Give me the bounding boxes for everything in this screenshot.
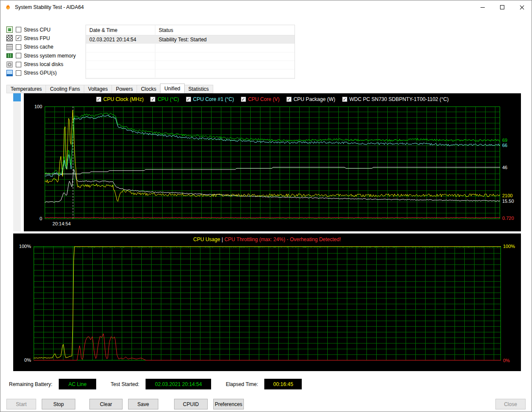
start-button[interactable]: Start xyxy=(6,399,36,409)
chart-value-label: 15.50 xyxy=(502,199,514,204)
graph-tabs: TemperaturesCooling FansVoltagesPowersCl… xyxy=(6,84,532,93)
stress-option-stress-cache[interactable]: Stress cache xyxy=(6,43,86,51)
legend-cpu-core-v[interactable]: ✓CPU Core (V) xyxy=(241,96,280,102)
legend-checkbox[interactable]: ✓ xyxy=(150,97,155,102)
stress-option-stress-fpu[interactable]: ✓Stress FPU xyxy=(6,34,86,42)
chart-value-label: 46 xyxy=(502,165,507,170)
log-column-status: Status xyxy=(155,25,295,35)
legend-checkbox[interactable]: ✓ xyxy=(241,97,246,102)
log-column-date-time: Date & Time xyxy=(86,25,155,35)
legend-label: CPU (°C) xyxy=(157,96,179,102)
legend-cpu-package-w[interactable]: ✓CPU Package (W) xyxy=(286,96,335,102)
preferences-button[interactable]: Preferences xyxy=(213,399,244,409)
stress-option-stress-cpu[interactable]: Stress CPU xyxy=(6,26,86,34)
cpu-usage-chart: CPU Usage | CPU Throttling (max: 24%) - … xyxy=(13,233,521,371)
aida64-flame-icon xyxy=(5,4,11,11)
chart-title-part: CPU Usage xyxy=(193,236,220,242)
log-row-empty xyxy=(86,52,295,61)
y-axis-min-label: 0% xyxy=(13,357,31,363)
legend-label: CPU Core (V) xyxy=(248,96,280,102)
log-row[interactable]: 02.03.2021 20:14:54Stability Test: Start… xyxy=(86,35,295,44)
chart-plot-area xyxy=(34,246,501,360)
stress-options-panel: Stress CPU✓Stress FPUStress cacheStress … xyxy=(6,25,86,79)
stress-option-stress-system-memory[interactable]: Stress system memory xyxy=(6,52,86,60)
stress-gpu-s-checkbox[interactable] xyxy=(16,70,21,76)
test-started-value: 02.03.2021 20:14:54 xyxy=(155,381,202,387)
legend-checkbox[interactable]: ✓ xyxy=(342,97,347,102)
test-setup-row: Stress CPU✓Stress FPUStress cacheStress … xyxy=(6,25,532,79)
log-table-header: Date & TimeStatus xyxy=(86,25,295,35)
chart-value-label: 2100 xyxy=(502,193,512,198)
event-log-table[interactable]: Date & TimeStatus 02.03.2021 20:14:54Sta… xyxy=(86,25,295,79)
stress-cpu-checkbox[interactable] xyxy=(16,27,21,32)
cpu-usage-chart-title: CPU Usage | CPU Throttling (max: 24%) - … xyxy=(13,236,521,242)
cpuid-button[interactable]: CPUID xyxy=(174,399,208,409)
save-button[interactable]: Save xyxy=(128,399,158,409)
y-axis-min-label: 0 xyxy=(24,216,42,221)
stress-cpu-label: Stress CPU xyxy=(24,27,51,33)
window-title: System Stability Test - AIDA64 xyxy=(15,4,84,10)
stress-gpu-s-label: Stress GPU(s) xyxy=(24,70,57,76)
elapsed-time-value: 00:16:45 xyxy=(273,381,293,387)
stress-cache-checkbox[interactable] xyxy=(16,44,21,50)
maximize-button[interactable] xyxy=(492,0,512,14)
stress-option-stress-local-disks[interactable]: Stress local disks xyxy=(6,61,86,69)
battery-status-value: AC Line xyxy=(69,381,87,387)
x-axis-time-label: 20:14:54 xyxy=(52,221,71,226)
legend-cpu-c[interactable]: ✓CPU (°C) xyxy=(150,96,179,102)
y-axis-max-label: 100% xyxy=(13,244,31,249)
cache-icon xyxy=(6,44,13,50)
remaining-battery-label: Remaining Battery: xyxy=(9,381,52,387)
minimize-button[interactable] xyxy=(473,0,492,14)
action-buttons: StartStopClearSaveCPUIDPreferencesClose xyxy=(6,399,526,409)
test-started-box: 02.03.2021 20:14:54 xyxy=(146,379,211,389)
legend-cpu-core-1-c[interactable]: ✓CPU Core #1 (°C) xyxy=(186,96,234,102)
minimize-icon xyxy=(481,7,485,8)
clear-button[interactable]: Clear xyxy=(89,399,123,409)
legend-checkbox[interactable]: ✓ xyxy=(186,97,191,102)
log-table-body: 02.03.2021 20:14:54Stability Test: Start… xyxy=(86,35,295,78)
close-button[interactable]: Close xyxy=(495,399,526,409)
chart-legend: ✓CPU Clock (MHz)✓CPU (°C)✓CPU Core #1 (°… xyxy=(24,96,521,102)
tab-temperatures[interactable]: Temperatures xyxy=(6,85,46,93)
maximize-icon xyxy=(500,5,504,9)
stress-system-memory-label: Stress system memory xyxy=(24,53,76,59)
tab-unified[interactable]: Unified xyxy=(160,84,184,93)
chart-value-label: 0% xyxy=(503,358,510,363)
chart-value-label: 66 xyxy=(502,143,507,148)
window-controls xyxy=(473,0,532,14)
vertical-scrollbar[interactable] xyxy=(13,93,21,231)
legend-label: CPU Clock (MHz) xyxy=(103,96,144,102)
unified-chart-row: ✓CPU Clock (MHz)✓CPU (°C)✓CPU Core #1 (°… xyxy=(13,93,532,231)
tab-cooling-fans[interactable]: Cooling Fans xyxy=(46,85,84,93)
tab-clocks[interactable]: Clocks xyxy=(137,85,160,93)
stress-local-disks-checkbox[interactable] xyxy=(16,62,21,67)
stress-local-disks-label: Stress local disks xyxy=(24,61,63,67)
tab-powers[interactable]: Powers xyxy=(112,85,137,93)
status-bar: Remaining Battery: AC Line Test Started:… xyxy=(9,379,532,389)
legend-checkbox[interactable]: ✓ xyxy=(96,97,101,102)
stress-fpu-label: Stress FPU xyxy=(24,35,50,41)
gpu-icon xyxy=(6,70,13,76)
aida64-system-stability-test-window: System Stability Test - AIDA64 Stress CP… xyxy=(0,0,532,412)
legend-wdc-pc-sn730-sdbpnty-1t00-1102-c[interactable]: ✓WDC PC SN730 SDBPNTY-1T00-1102 (°C) xyxy=(342,96,449,102)
unified-sensor-chart: ✓CPU Clock (MHz)✓CPU (°C)✓CPU Core #1 (°… xyxy=(24,93,521,231)
chart-value-label: 69 xyxy=(502,138,507,143)
stop-button[interactable]: Stop xyxy=(42,399,75,409)
stress-fpu-checkbox[interactable]: ✓ xyxy=(16,35,21,41)
elapsed-time-label: Elapsed Time: xyxy=(226,381,258,387)
stress-system-memory-checkbox[interactable] xyxy=(16,53,21,58)
legend-checkbox[interactable]: ✓ xyxy=(286,97,292,102)
legend-label: CPU Core #1 (°C) xyxy=(193,96,234,102)
chart-title-part: CPU Throttling (max: 24%) - Overheating … xyxy=(224,236,341,242)
test-started-label: Test Started: xyxy=(111,381,139,387)
tab-voltages[interactable]: Voltages xyxy=(84,85,112,93)
legend-cpu-clock-mhz[interactable]: ✓CPU Clock (MHz) xyxy=(96,96,144,102)
log-cell-datetime: 02.03.2021 20:14:54 xyxy=(86,35,155,43)
log-cell-status: Stability Test: Started xyxy=(155,35,295,43)
close-button[interactable] xyxy=(512,0,532,14)
titlebar[interactable]: System Stability Test - AIDA64 xyxy=(0,0,532,14)
tab-statistics[interactable]: Statistics xyxy=(184,85,213,93)
stress-option-stress-gpu-s[interactable]: Stress GPU(s) xyxy=(6,69,86,77)
scrollbar-thumb[interactable] xyxy=(13,93,21,101)
